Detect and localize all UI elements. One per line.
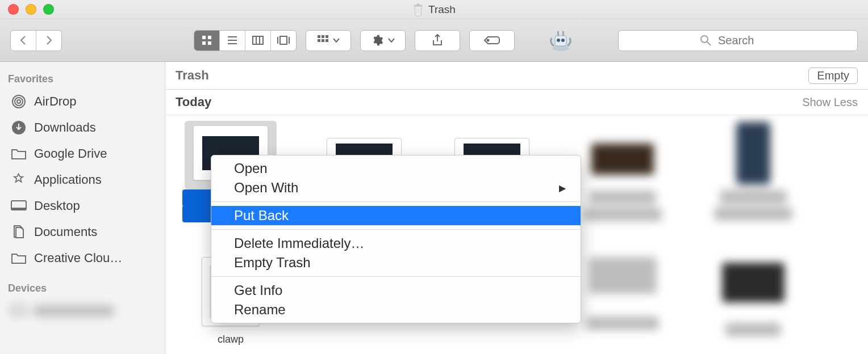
svg-point-34 [15, 98, 23, 106]
svg-rect-29 [557, 31, 559, 36]
window-title: Trash [428, 3, 456, 16]
menu-item-open[interactable]: Open [211, 159, 581, 178]
menu-item-rename[interactable]: Rename [211, 300, 581, 319]
context-menu: Open Open With ▶ Put Back Delete Immedia… [211, 155, 581, 323]
file-name [725, 323, 781, 336]
sidebar-item-label [34, 306, 114, 316]
file-name-line2 [583, 208, 662, 221]
desktop-icon [10, 197, 27, 214]
main-panel: Trash Empty Today Show Less ama 9.53. [165, 62, 868, 354]
applications-icon [10, 171, 27, 188]
toolbar [0, 19, 868, 62]
sidebar-item-label: Google Drive [34, 146, 107, 161]
file-thumbnail [722, 263, 784, 302]
menu-item-delete-immediately[interactable]: Delete Immediately… [211, 234, 581, 253]
svg-rect-23 [326, 39, 328, 42]
nav-group [10, 30, 62, 51]
svg-rect-18 [318, 35, 320, 38]
gallery-view-button[interactable] [271, 31, 296, 50]
svg-rect-16 [280, 36, 287, 44]
sidebar-item-desktop[interactable]: Desktop [0, 193, 165, 219]
arrange-button[interactable] [306, 30, 351, 51]
sidebar-item-label: Downloads [34, 120, 96, 135]
svg-rect-30 [562, 31, 564, 36]
svg-rect-38 [11, 208, 26, 210]
downloads-icon [10, 119, 27, 136]
file-grid[interactable]: ama 9.53. [165, 115, 868, 354]
empty-trash-button[interactable]: Empty [808, 68, 858, 84]
tags-button[interactable] [469, 30, 515, 51]
file-name [586, 317, 659, 330]
svg-rect-19 [322, 35, 324, 38]
sidebar-item-applications[interactable]: Applications [0, 167, 165, 193]
sidebar-item-airdrop[interactable]: AirDrop [0, 88, 165, 115]
svg-rect-7 [202, 41, 206, 45]
svg-rect-5 [202, 36, 206, 39]
column-view-button[interactable] [245, 31, 271, 50]
sidebar-item-label: AirDrop [34, 94, 77, 109]
svg-point-33 [17, 100, 20, 103]
sidebar-item-documents[interactable]: Documents [0, 219, 165, 245]
sidebar: Favorites AirDrop Downloads Google Drive… [0, 62, 165, 354]
sidebar-item-creativecloud[interactable]: Creative Clou… [0, 245, 165, 271]
section-title: Today [176, 95, 211, 109]
menu-separator [211, 201, 581, 202]
folder-icon [10, 250, 27, 267]
icon-view-button[interactable] [194, 31, 220, 50]
section-header: Today Show Less [165, 90, 868, 115]
sidebar-item-device[interactable] [0, 298, 165, 324]
menu-item-get-info[interactable]: Get Info [211, 281, 581, 300]
file-item[interactable] [705, 122, 802, 221]
show-less-toggle[interactable]: Show Less [802, 96, 858, 109]
svg-line-32 [707, 42, 711, 45]
menu-item-empty-trash[interactable]: Empty Trash [211, 253, 581, 272]
sidebar-item-label: Creative Clou… [34, 251, 122, 266]
path-bar: Trash Empty [165, 62, 868, 90]
view-mode-group [194, 30, 297, 51]
file-thumbnail [586, 132, 660, 186]
search-input[interactable] [717, 33, 776, 48]
svg-rect-22 [322, 39, 324, 42]
search-icon [700, 35, 711, 46]
action-menu-button[interactable] [360, 30, 406, 51]
file-item[interactable] [574, 257, 671, 330]
svg-rect-6 [208, 36, 211, 39]
file-name: clawp [182, 331, 279, 348]
file-item[interactable] [705, 263, 802, 336]
file-thumbnail [589, 257, 657, 294]
device-icon [10, 302, 27, 319]
svg-rect-8 [208, 41, 211, 45]
sidebar-item-label: Documents [34, 225, 97, 239]
menu-item-put-back[interactable]: Put Back [211, 206, 581, 225]
file-name [720, 190, 787, 204]
list-view-button[interactable] [220, 31, 245, 50]
svg-point-24 [487, 40, 489, 41]
sidebar-item-label: Applications [34, 172, 102, 187]
folder-icon [10, 145, 27, 162]
svg-rect-39 [12, 306, 26, 314]
forward-button[interactable] [36, 31, 61, 50]
menu-item-open-with[interactable]: Open With ▶ [211, 178, 581, 197]
file-item[interactable] [574, 132, 671, 221]
airdrop-icon [10, 93, 27, 110]
back-button[interactable] [11, 31, 36, 50]
sidebar-section-devices: Devices [0, 279, 165, 298]
sidebar-section-favorites: Favorites [0, 70, 165, 88]
sidebar-item-label: Desktop [34, 199, 80, 213]
sidebar-item-downloads[interactable]: Downloads [0, 115, 165, 141]
svg-point-28 [561, 39, 565, 42]
search-field[interactable] [618, 30, 858, 51]
svg-rect-21 [318, 39, 320, 42]
svg-rect-20 [326, 35, 328, 38]
sidebar-item-googledrive[interactable]: Google Drive [0, 141, 165, 167]
share-button[interactable] [415, 30, 460, 51]
menu-separator [211, 276, 581, 277]
menu-separator [211, 229, 581, 230]
file-thumbnail [736, 122, 770, 184]
svg-point-27 [557, 39, 560, 42]
automator-icon[interactable] [546, 26, 575, 54]
svg-rect-12 [253, 36, 263, 44]
svg-rect-26 [555, 36, 566, 46]
window-title-container: Trash [0, 3, 868, 16]
titlebar: Trash [0, 0, 868, 19]
